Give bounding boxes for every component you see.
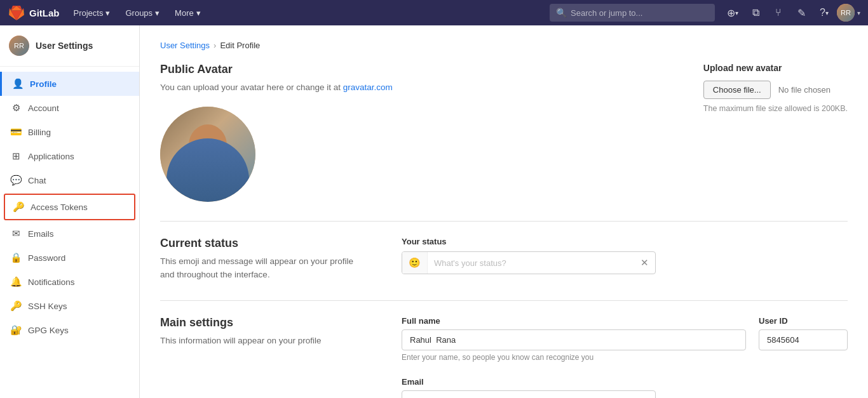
email-input[interactable] (402, 390, 656, 398)
projects-menu[interactable]: Projects ▾ (67, 0, 117, 25)
search-input[interactable] (571, 8, 709, 18)
sidebar-item-gpg-keys[interactable]: 🔐 GPG Keys (0, 318, 139, 342)
sidebar-label-profile: Profile (30, 79, 57, 89)
gpg-keys-icon: 🔐 (10, 324, 22, 336)
sidebar-label-emails: Emails (28, 229, 54, 239)
public-avatar-section: Public Avatar You can upload your avatar… (160, 63, 848, 202)
public-avatar-title: Public Avatar (160, 63, 665, 76)
full-name-label: Full name (402, 316, 746, 326)
status-left: Current status This emoji and message wi… (160, 237, 363, 281)
todos-btn[interactable]: ⧉ (745, 3, 766, 23)
sidebar-avatar-img: RR (9, 36, 29, 56)
full-name-input[interactable] (402, 329, 746, 350)
avatar-left: Public Avatar You can upload your avatar… (160, 63, 665, 202)
sidebar-header: RR User Settings (0, 25, 139, 67)
sidebar-item-emails[interactable]: ✉ Emails (0, 222, 139, 246)
avatar-chevron: ▾ (857, 10, 860, 17)
user-id-group: User ID (759, 316, 848, 350)
sidebar-item-notifications[interactable]: 🔔 Notifications (0, 270, 139, 294)
topnav-action-icons: ⊕ ▾ ⧉ ⑂ ✎ ? ▾ RR ▾ (722, 3, 860, 23)
issues-icon: ✎ (797, 7, 806, 19)
sidebar-label-account: Account (28, 103, 59, 113)
issues-btn[interactable]: ✎ (791, 3, 811, 23)
user-avatar-img: RR (837, 4, 855, 22)
gitlab-logo[interactable]: GitLab (8, 4, 60, 22)
sidebar-title: User Settings (36, 41, 93, 51)
more-menu[interactable]: More ▾ (168, 0, 207, 25)
upload-hint: The maximum file size allowed is 200KB. (703, 104, 848, 113)
sidebar-label-access-tokens: Access Tokens (31, 202, 88, 212)
current-status-section: Current status This emoji and message wi… (160, 237, 848, 281)
merge-icon: ⑂ (775, 7, 782, 18)
main-settings-right: Full name Enter your name, so people you… (402, 316, 848, 398)
avatar-body (166, 138, 249, 202)
sidebar-item-billing[interactable]: 💳 Billing (0, 120, 139, 144)
breadcrumb: User Settings › Edit Profile (160, 41, 848, 50)
billing-icon: 💳 (10, 126, 22, 138)
status-input[interactable] (428, 253, 634, 273)
help-icon: ? (820, 7, 825, 18)
plus-dropdown-btn[interactable]: ⊕ ▾ (722, 3, 743, 23)
groups-menu[interactable]: Groups ▾ (119, 0, 166, 25)
main-settings-content: Main settings This information will appe… (160, 316, 848, 398)
sidebar-item-profile[interactable]: 👤 Profile (0, 72, 139, 96)
choose-file-button[interactable]: Choose file... (703, 81, 771, 99)
breadcrumb-separator: › (214, 41, 216, 50)
status-emoji-btn[interactable]: 🙂 (402, 252, 428, 274)
avatar-inner (160, 107, 255, 202)
groups-label: Groups (125, 8, 153, 18)
gravatar-link[interactable]: gravatar.com (343, 83, 393, 92)
page-layout: RR User Settings 👤 Profile ⚙ Account 💳 B… (0, 25, 868, 398)
search-icon: 🔍 (556, 8, 567, 18)
sidebar-item-applications[interactable]: ⊞ Applications (0, 144, 139, 168)
merge-requests-btn[interactable]: ⑂ (768, 3, 789, 23)
sidebar-label-chat: Chat (28, 176, 46, 185)
sidebar-label-applications: Applications (28, 152, 74, 161)
password-icon: 🔒 (10, 252, 22, 263)
ssh-keys-icon: 🔑 (10, 300, 22, 312)
more-chevron: ▾ (196, 8, 201, 18)
access-tokens-icon: 🔑 (13, 201, 24, 213)
upload-title: Upload new avatar (703, 63, 848, 73)
main-settings-desc: This information will appear on your pro… (160, 335, 363, 347)
avatar-circle (160, 107, 255, 202)
profile-icon: 👤 (12, 78, 24, 90)
sidebar-item-chat[interactable]: 💬 Chat (0, 168, 139, 192)
gitlab-brand-text: GitLab (29, 8, 60, 18)
avatar-content: Public Avatar You can upload your avatar… (160, 63, 848, 202)
sidebar-user-avatar: RR (9, 36, 29, 56)
status-content: Current status This emoji and message wi… (160, 237, 848, 281)
sidebar-item-access-tokens[interactable]: 🔑 Access Tokens (4, 194, 135, 220)
gitlab-icon (8, 4, 25, 22)
sidebar-item-account[interactable]: ⚙ Account (0, 96, 139, 120)
avatar-desc-text: You can upload your avatar here or chang… (160, 83, 341, 92)
checklist-icon: ⧉ (752, 7, 759, 18)
main-content: User Settings › Edit Profile Public Avat… (140, 25, 868, 398)
sidebar-item-ssh-keys[interactable]: 🔑 SSH Keys (0, 294, 139, 318)
sidebar-label-gpg-keys: GPG Keys (28, 326, 69, 335)
top-navigation: GitLab Projects ▾ Groups ▾ More ▾ 🔍 ⊕ ▾ … (0, 0, 868, 25)
current-status-title: Current status (160, 237, 363, 250)
user-id-input[interactable] (759, 329, 848, 350)
full-name-group: Full name Enter your name, so people you… (402, 316, 746, 362)
user-avatar-btn[interactable]: RR (837, 4, 855, 22)
current-status-desc: This emoji and message will appear on yo… (160, 255, 363, 281)
sidebar-label-billing: Billing (28, 128, 51, 137)
sidebar-item-password[interactable]: 🔒 Password (0, 246, 139, 270)
search-bar[interactable]: 🔍 (550, 4, 715, 22)
user-id-label: User ID (759, 316, 848, 326)
public-avatar-desc: You can upload your avatar here or chang… (160, 81, 665, 94)
emails-icon: ✉ (10, 228, 22, 239)
full-name-hint: Enter your name, so people you know can … (402, 353, 746, 362)
account-icon: ⚙ (10, 102, 22, 114)
email-label: Email (402, 377, 848, 387)
divider-1 (160, 221, 848, 222)
help-btn[interactable]: ? ▾ (814, 3, 834, 23)
projects-label: Projects (74, 8, 104, 18)
sidebar-label-password: Password (28, 253, 65, 263)
sidebar: RR User Settings 👤 Profile ⚙ Account 💳 B… (0, 25, 140, 398)
status-clear-button[interactable]: ✕ (634, 252, 655, 274)
sidebar-nav: 👤 Profile ⚙ Account 💳 Billing ⊞ Applicat… (0, 67, 139, 347)
breadcrumb-parent[interactable]: User Settings (160, 41, 210, 50)
plus-chevron: ▾ (735, 10, 738, 17)
